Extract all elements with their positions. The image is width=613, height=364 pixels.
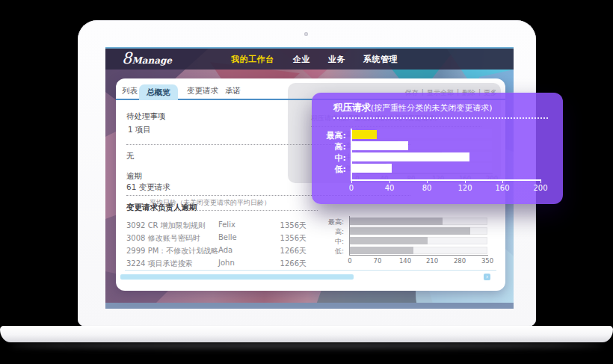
nav-item-system-admin[interactable]: 系统管理 xyxy=(363,49,398,70)
overdue-value[interactable]: 61 变更请求 xyxy=(126,182,170,193)
backlog-bar-low xyxy=(351,164,392,173)
avg-age-bar xyxy=(350,227,470,235)
nav-item-enterprise[interactable]: 企业 xyxy=(293,49,310,70)
row-title[interactable]: 3224 项目承诺搜索 xyxy=(126,259,193,269)
avg-age-bar xyxy=(350,237,428,244)
backlog-subtitle-text: (按严重性分类的未关闭变更请求) xyxy=(371,103,493,113)
nav-item-business[interactable]: 业务 xyxy=(328,49,345,70)
backlog-tick-label: 200 xyxy=(533,184,547,192)
pending-items-label: 待处理事项 xyxy=(126,111,166,122)
backlog-category-label: 最高: xyxy=(312,130,346,141)
backlog-y-axis xyxy=(351,129,352,179)
backlog-chart-title: 积压请求(按严重性分类的未关闭变更请求) xyxy=(333,99,493,114)
backlog-chart-row: 高: xyxy=(312,141,563,150)
backlog-category-label: 低: xyxy=(312,164,346,175)
backlog-bar-medium xyxy=(351,152,469,161)
avg-age-chart-row: 高: xyxy=(116,227,505,235)
backlog-tick-label: 0 xyxy=(349,184,354,192)
backlog-chart-row: 中: xyxy=(312,152,563,161)
tab-overview[interactable]: 总概览 xyxy=(139,84,178,100)
pending-items-value[interactable]: 1 项目 xyxy=(128,125,151,135)
avg-age-tick-label: 210 xyxy=(426,257,438,265)
logo-text: Manage xyxy=(132,55,172,66)
top-navbar: 8Manage 我的工作台 企业 业务 系统管理 xyxy=(105,49,514,70)
avg-age-x-axis xyxy=(349,255,488,256)
app-logo[interactable]: 8Manage xyxy=(122,49,172,70)
backlog-tick-label: 160 xyxy=(495,184,509,192)
backlog-axis-tick xyxy=(427,180,428,183)
nav-item-my-workspace[interactable]: 我的工作台 xyxy=(231,49,274,70)
avg-age-bar-track xyxy=(350,237,487,244)
laptop-shadow xyxy=(10,342,603,348)
backlog-chart-card: 积压请求(按严重性分类的未关闭变更请求) 最高: 高: 中: 低: 0 40 8… xyxy=(312,93,563,204)
avg-age-bar xyxy=(350,218,443,225)
backlog-axis-tick xyxy=(389,180,390,183)
backlog-chart-row: 低: xyxy=(312,164,563,173)
backlog-category-label: 高: xyxy=(312,141,346,152)
scrollbar-divider xyxy=(125,270,496,271)
screen-bottom-strip xyxy=(105,303,514,309)
row-overdue-days: 1266天 xyxy=(262,259,306,269)
avg-age-category-label: 中: xyxy=(305,237,344,247)
backlog-tick-label: 120 xyxy=(458,184,472,192)
empty-section-value: 无 xyxy=(126,151,135,161)
backlog-tick-label: 80 xyxy=(422,184,432,192)
avg-age-bar-track xyxy=(350,247,487,254)
backlog-dotted-divider xyxy=(333,117,548,119)
avg-age-chart-title: 平均日龄（未关闭变更请求的平均日龄） xyxy=(150,198,271,208)
backlog-tick-label: 40 xyxy=(385,184,395,192)
avg-age-chart-row: 中: xyxy=(116,237,505,244)
stage: 8Manage 我的工作台 企业 业务 系统管理 积压请求(按严重性分类的未关闭… xyxy=(0,0,613,364)
backlog-x-axis xyxy=(351,179,541,181)
avg-age-bar-track xyxy=(350,227,487,235)
backlog-bar-highest xyxy=(351,130,377,139)
avg-age-chart-row: 低: xyxy=(116,247,505,254)
overdue-label: 逾期 xyxy=(126,171,142,182)
horizontal-scrollbar-thumb[interactable] xyxy=(120,274,354,280)
avg-age-y-axis xyxy=(349,216,350,255)
avg-age-tick-label: 70 xyxy=(374,257,382,265)
avg-age-bar xyxy=(350,247,413,254)
avg-age-tick-label: 350 xyxy=(481,257,493,265)
backlog-axis-tick xyxy=(465,180,466,183)
scrollbar-right-arrow-icon[interactable]: › xyxy=(484,274,490,280)
tab-change-request[interactable]: 变更请求 xyxy=(187,86,218,96)
backlog-title-text: 积压请求 xyxy=(333,102,371,113)
avg-age-tick-label: 0 xyxy=(348,257,351,265)
avg-age-dotted-divider xyxy=(150,210,318,211)
avg-age-chart-row: 最高: xyxy=(116,218,505,225)
logo-8: 8 xyxy=(122,49,132,69)
laptop-base xyxy=(0,326,613,342)
backlog-axis-tick xyxy=(351,180,352,183)
backlog-axis-tick xyxy=(502,180,503,183)
backlog-bar-high xyxy=(351,141,408,150)
backlog-chart-row: 最高: xyxy=(312,130,563,139)
backlog-category-label: 中: xyxy=(312,152,346,164)
backlog-axis-tick xyxy=(540,180,541,183)
avg-age-tick-label: 280 xyxy=(454,257,466,265)
tab-list[interactable]: 列表 xyxy=(122,86,138,96)
avg-age-category-label: 最高: xyxy=(305,218,344,227)
avg-age-category-label: 高: xyxy=(305,227,344,237)
avg-age-tick-label: 140 xyxy=(399,257,411,265)
tab-commitment[interactable]: 承诺 xyxy=(225,86,241,96)
avg-age-category-label: 低: xyxy=(305,247,344,256)
row-owner: John xyxy=(218,259,235,267)
table-row[interactable]: 3224 项目承诺搜索 John 1266天 xyxy=(116,259,505,269)
avg-age-bar-track xyxy=(350,218,487,225)
laptop-camera xyxy=(304,32,308,36)
